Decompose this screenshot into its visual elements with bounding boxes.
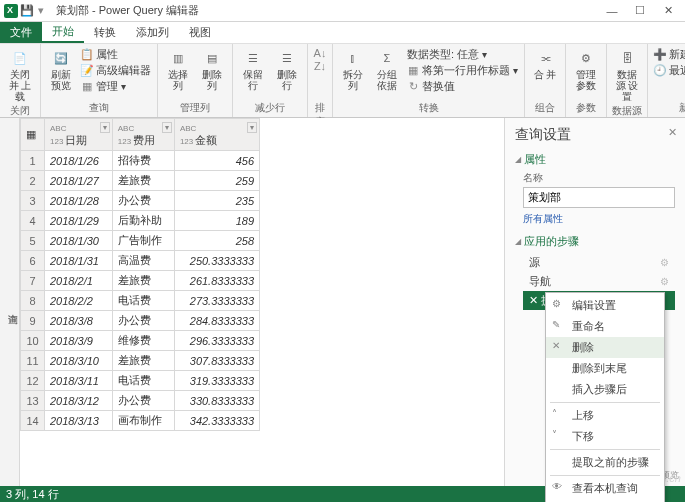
down-icon: ˅: [552, 429, 557, 440]
table-row[interactable]: 62018/1/31高温费250.3333333: [21, 251, 260, 271]
table-row[interactable]: 22018/1/27差旅费259: [21, 171, 260, 191]
delete-icon: ✕: [552, 340, 560, 351]
remove-columns-button[interactable]: ▤删除 列: [196, 46, 228, 93]
maximize-button[interactable]: ☐: [633, 4, 647, 18]
tab-transform[interactable]: 转换: [84, 22, 126, 43]
up-icon: ˄: [552, 408, 557, 419]
ctx-edit-settings[interactable]: ⚙编辑设置: [546, 295, 664, 316]
table-row[interactable]: 142018/3/13画布制作342.3333333: [21, 411, 260, 431]
close-settings-icon[interactable]: ✕: [668, 126, 677, 139]
rename-icon: ✎: [552, 319, 560, 330]
datasource-settings-button[interactable]: 🗄数据源 设置: [611, 46, 643, 104]
ctx-move-up[interactable]: ˄上移: [546, 405, 664, 426]
all-properties-link[interactable]: 所有属性: [523, 212, 675, 226]
col-header-date[interactable]: ABC123日期▾: [45, 119, 113, 151]
ctx-extract-prev[interactable]: 提取之前的步骤: [546, 452, 664, 473]
name-label: 名称: [523, 171, 675, 185]
eye-icon: 👁: [552, 481, 562, 492]
context-menu: ⚙编辑设置 ✎重命名 ✕删除 删除到末尾 插入步骤后 ˄上移 ˅下移 提取之前的…: [545, 292, 665, 502]
menubar: 文件 开始 转换 添加列 视图: [0, 22, 685, 44]
new-source-button[interactable]: ➕新建源 ▾: [654, 47, 685, 62]
first-row-header-button[interactable]: ▦将第一行用作标题 ▾: [407, 63, 518, 78]
step-navigation[interactable]: 导航⚙: [523, 272, 675, 291]
table-row[interactable]: 82018/2/2电话费273.3333333: [21, 291, 260, 311]
properties-section[interactable]: 属性: [515, 152, 675, 167]
dropdown-icon[interactable]: ▾: [36, 6, 46, 16]
recent-sources-button[interactable]: 🕘最近使用的源 ▾: [654, 63, 685, 78]
table-row[interactable]: 122018/3/11电话费319.3333333: [21, 371, 260, 391]
ctx-rename[interactable]: ✎重命名: [546, 316, 664, 337]
row-header-corner[interactable]: ▦: [21, 119, 45, 151]
ribbon: 📄关闭并 上载关闭 🔄刷新 预览📋属性📝高级编辑器▦管理 ▾查询 ▥选择 列▤删…: [0, 44, 685, 118]
sort-asc-button[interactable]: A↓: [314, 47, 326, 59]
tab-home[interactable]: 开始: [42, 22, 84, 43]
ctx-view-native[interactable]: 👁查看本机查询: [546, 478, 664, 499]
split-column-button[interactable]: ⫿拆分 列: [337, 46, 369, 93]
properties-button[interactable]: 📋属性: [81, 47, 151, 62]
merge-button[interactable]: ⫘合 并: [529, 46, 561, 82]
remove-rows-button[interactable]: ☰删除 行: [271, 46, 303, 93]
save-icon[interactable]: 💾: [22, 6, 32, 16]
table-row[interactable]: 92018/3/8办公费284.8333333: [21, 311, 260, 331]
titlebar: 💾 ▾ 策划部 - Power Query 编辑器 — ☐ ✕: [0, 0, 685, 22]
query-name-input[interactable]: 策划部: [523, 187, 675, 208]
table-row[interactable]: 102018/3/9维修费296.3333333: [21, 331, 260, 351]
manage-params-button[interactable]: ⚙管理 参数: [570, 46, 602, 93]
table-row[interactable]: 12018/1/26招待费456: [21, 151, 260, 171]
ctx-insert-step[interactable]: 插入步骤后: [546, 379, 664, 400]
table-row[interactable]: 72018/2/1差旅费261.8333333: [21, 271, 260, 291]
refresh-button[interactable]: 🔄刷新 预览: [45, 46, 77, 93]
tab-view[interactable]: 视图: [179, 22, 221, 43]
manage-button[interactable]: ▦管理 ▾: [81, 79, 151, 94]
advanced-editor-button[interactable]: 📝高级编辑器: [81, 63, 151, 78]
col-header-amount[interactable]: ABC123金额▾: [174, 119, 259, 151]
app-icon: [4, 4, 18, 18]
queries-pane-collapsed[interactable]: 查询: [0, 118, 20, 486]
window-title: 策划部 - Power Query 编辑器: [56, 3, 199, 18]
gear-icon: ⚙: [552, 298, 561, 309]
table-row[interactable]: 52018/1/30广告制作258: [21, 231, 260, 251]
ctx-delete[interactable]: ✕删除: [546, 337, 664, 358]
data-grid[interactable]: ▦ ABC123日期▾ ABC123费用▾ ABC123金额▾ 12018/1/…: [20, 118, 505, 486]
table-row[interactable]: 132018/3/12办公费330.8333333: [21, 391, 260, 411]
col-header-fee[interactable]: ABC123费用▾: [112, 119, 174, 151]
close-load-button[interactable]: 📄关闭并 上载: [4, 46, 36, 104]
settings-title: 查询设置: [515, 126, 675, 144]
sort-desc-button[interactable]: Z↓: [314, 60, 326, 72]
table-row[interactable]: 112018/3/10差旅费307.8333333: [21, 351, 260, 371]
gear-icon[interactable]: ⚙: [660, 257, 669, 268]
gear-icon[interactable]: ⚙: [660, 276, 669, 287]
step-source[interactable]: 源⚙: [523, 253, 675, 272]
group-by-button[interactable]: Σ分组 依据: [371, 46, 403, 93]
datatype-button[interactable]: 数据类型: 任意 ▾: [407, 47, 518, 62]
keep-rows-button[interactable]: ☰保留 行: [237, 46, 269, 93]
applied-steps-section[interactable]: 应用的步骤: [515, 234, 675, 249]
minimize-button[interactable]: —: [605, 4, 619, 18]
tab-file[interactable]: 文件: [0, 22, 42, 43]
tab-addcolumn[interactable]: 添加列: [126, 22, 179, 43]
table-row[interactable]: 32018/1/28办公费235: [21, 191, 260, 211]
table-row[interactable]: 42018/1/29后勤补助189: [21, 211, 260, 231]
ctx-delete-to-end[interactable]: 删除到末尾: [546, 358, 664, 379]
choose-columns-button[interactable]: ▥选择 列: [162, 46, 194, 93]
close-button[interactable]: ✕: [661, 4, 675, 18]
ctx-move-down[interactable]: ˅下移: [546, 426, 664, 447]
replace-values-button[interactable]: ↻替换值: [407, 79, 518, 94]
